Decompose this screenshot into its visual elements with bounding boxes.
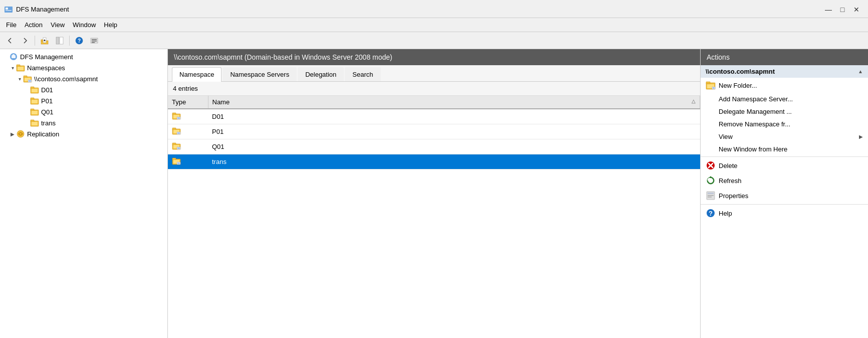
maximize-button[interactable]: □ — [836, 5, 849, 15]
help-icon: ? — [706, 208, 716, 218]
svg-rect-30 — [31, 98, 34, 100]
action-remove-namespace[interactable]: Remove Namespace fr... — [701, 118, 868, 130]
tab-namespace-servers[interactable]: Namespace Servers — [223, 67, 297, 81]
table-row[interactable]: trans — [168, 154, 700, 170]
tree-item-trans[interactable]: trans — [21, 117, 167, 128]
show-hide-button[interactable] — [53, 34, 67, 47]
action-refresh[interactable]: Refresh — [701, 173, 868, 188]
actions-divider-1 — [701, 156, 868, 157]
tree-item-namespaces[interactable]: ▾ Namespaces — [7, 62, 167, 73]
tree-panel: DFS Management ▾ Namespaces ▾ \\contoso.… — [0, 49, 168, 338]
svg-point-38 — [17, 130, 24, 137]
content-header: \\contoso.com\sapmnt (Domain-based in Wi… — [168, 49, 700, 65]
svg-rect-2 — [6, 10, 12, 11]
sort-arrow: △ — [692, 98, 696, 104]
menu-file[interactable]: File — [2, 20, 21, 30]
actions-header: Actions — [701, 49, 868, 65]
action-new-folder[interactable]: New Folder... — [701, 78, 868, 93]
svg-rect-33 — [31, 109, 34, 111]
svg-rect-8 — [60, 37, 63, 44]
close-button[interactable]: ✕ — [850, 5, 863, 15]
action-new-window-label: New Window from Here — [719, 145, 787, 153]
folder-D01-icon — [30, 85, 39, 94]
menu-action[interactable]: Action — [21, 20, 47, 30]
action-help[interactable]: ? Help — [701, 206, 868, 221]
folder-Q01-icon — [30, 107, 39, 116]
cell-type-d01 — [168, 109, 208, 124]
tree-label-replication: Replication — [27, 130, 59, 138]
tabs-bar: Namespace Namespace Servers Delegation S… — [168, 65, 700, 82]
table-row[interactable]: D01 — [168, 109, 700, 124]
col-type[interactable]: Type — [168, 96, 208, 109]
action-properties-label: Properties — [719, 192, 748, 200]
table-row[interactable]: Q01 — [168, 139, 700, 154]
tree-item-P01[interactable]: P01 — [21, 95, 167, 106]
svg-rect-22 — [24, 76, 27, 78]
table-row[interactable]: P01 — [168, 124, 700, 139]
action-refresh-label: Refresh — [719, 177, 742, 185]
cell-name-trans: trans — [208, 154, 700, 170]
tree-item-dfs-management[interactable]: DFS Management — [0, 51, 167, 62]
svg-rect-28 — [32, 89, 38, 92]
forward-button[interactable] — [18, 34, 32, 47]
section-collapse-arrow: ▲ — [858, 69, 863, 74]
svg-rect-19 — [17, 65, 20, 67]
svg-text:?: ? — [78, 38, 81, 44]
svg-rect-69 — [708, 193, 714, 194]
toolbar-separator-1 — [35, 36, 35, 46]
svg-rect-37 — [32, 122, 38, 125]
svg-rect-36 — [31, 120, 34, 122]
col-name[interactable]: Name △ — [208, 96, 700, 109]
svg-rect-58 — [177, 162, 180, 164]
cell-type-p01 — [168, 124, 208, 139]
svg-text:?: ? — [709, 210, 713, 217]
svg-rect-31 — [32, 100, 38, 103]
tree-item-replication[interactable]: ▶ Replication — [7, 128, 167, 139]
tree-label-namespaces: Namespaces — [27, 64, 65, 72]
tab-search[interactable]: Search — [345, 67, 380, 81]
mmc-button[interactable] — [87, 34, 101, 47]
actions-section-sapmnt[interactable]: \\contoso.com\sapmnt ▲ — [701, 65, 868, 78]
svg-text:▲: ▲ — [43, 38, 47, 42]
minimize-button[interactable]: — — [822, 5, 835, 15]
action-view[interactable]: View ▶ — [701, 130, 868, 143]
menu-view[interactable]: View — [47, 20, 69, 30]
svg-rect-20 — [18, 67, 24, 70]
svg-rect-17 — [13, 54, 15, 56]
svg-rect-7 — [56, 37, 59, 44]
delete-icon — [706, 160, 716, 171]
tree-item-sapmnt[interactable]: ▾ \\contoso.com\sapmnt — [14, 73, 167, 84]
namespaces-icon — [16, 63, 25, 72]
app-icon — [4, 5, 13, 14]
action-view-label: View — [719, 133, 733, 140]
action-delegate-management[interactable]: Delegate Management ... — [701, 105, 868, 118]
tree-item-Q01[interactable]: Q01 — [21, 106, 167, 117]
up-button[interactable]: ▲ — [38, 34, 52, 47]
action-add-namespace-server[interactable]: Add Namespace Server... — [701, 93, 868, 105]
svg-rect-40 — [172, 113, 176, 115]
table-header-row: Type Name △ — [168, 96, 700, 109]
toolbar: ▲ ? — [0, 32, 868, 49]
help-toolbar-button[interactable]: ? — [72, 34, 86, 47]
namespace-icon — [23, 74, 32, 83]
action-properties[interactable]: Properties — [701, 188, 868, 203]
actions-divider-2 — [701, 204, 868, 205]
tab-namespace[interactable]: Namespace — [172, 67, 222, 82]
menu-help[interactable]: Help — [100, 20, 121, 30]
tree-item-D01[interactable]: D01 — [21, 84, 167, 95]
svg-rect-71 — [708, 197, 712, 198]
svg-rect-45 — [172, 128, 176, 130]
submenu-arrow: ▶ — [859, 134, 863, 139]
menu-window[interactable]: Window — [69, 20, 100, 30]
back-button[interactable] — [3, 34, 17, 47]
action-delete[interactable]: Delete — [701, 158, 868, 173]
cell-name-q01: Q01 — [208, 139, 700, 154]
row-folder-selected-icon — [172, 156, 181, 165]
cell-type-q01 — [168, 139, 208, 154]
content-panel: \\contoso.com\sapmnt (Domain-based in Wi… — [168, 49, 700, 338]
action-new-window[interactable]: New Window from Here — [701, 143, 868, 155]
folder-P01-icon — [30, 96, 39, 105]
title-bar-left: DFS Management — [4, 5, 69, 14]
tree-label-D01: D01 — [41, 86, 53, 94]
tab-delegation[interactable]: Delegation — [298, 67, 344, 81]
